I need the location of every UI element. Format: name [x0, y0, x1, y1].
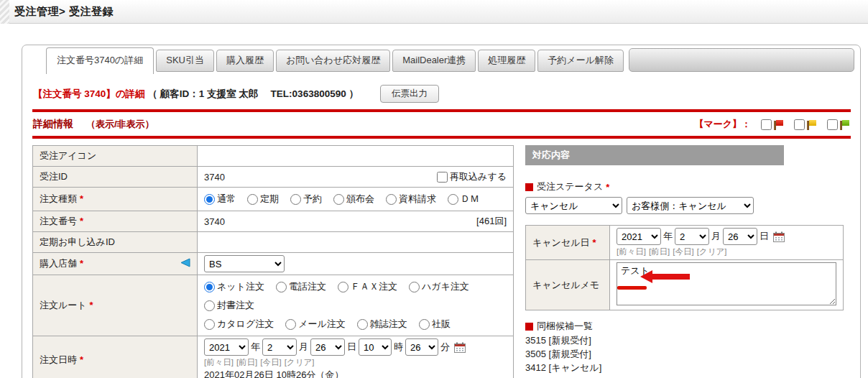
mark-red-checkbox[interactable] [761, 119, 772, 130]
tab-reserve-mail[interactable]: 予約メール解除 [537, 50, 624, 72]
mark-label: 【マーク】： [694, 118, 751, 131]
bundle-item: 3412 [キャンセル] [525, 361, 846, 375]
cancel-day-select[interactable]: 26 [723, 228, 757, 245]
response-panel: 対応内容 受注ステータス* キャンセル お客様側：キャンセル キャ [525, 145, 846, 378]
teiki-id-label: 定期お申し込みID [33, 232, 198, 253]
mark-yellow-checkbox[interactable] [794, 119, 805, 130]
transfer-arrow-icon [180, 258, 190, 269]
route-radio-fax [338, 282, 348, 292]
show-hide-toggle[interactable]: （表示/非表示） [86, 118, 154, 131]
order-status-title: 受注ステータス* [525, 180, 846, 193]
shop-label: 購入店舗* [33, 253, 198, 275]
route-radio-shahan [419, 319, 430, 330]
tab-inquiry-history[interactable]: お問い合わせ応対履歴 [276, 50, 390, 72]
order-title-row: 【注文番号 3740】の詳細 （ 顧客ID：1 支援室 太郎 TEL:03638… [22, 74, 860, 103]
reimport-checkbox[interactable] [437, 172, 448, 183]
tab-sku[interactable]: SKU引当 [156, 50, 214, 72]
route-radio-net [204, 282, 215, 292]
cancel-quick-link-2days-ago[interactable]: [前々日] [617, 246, 646, 257]
bundle-candidates-block: 同梱候補一覧 3515 [新規受付] 3505 [新規受付] 3412 [キャン… [525, 320, 846, 375]
cancel-table: キャンセル日* 2021 年 2 月 26 日 [前々日] [525, 225, 844, 310]
tab-process-history[interactable]: 処理履歴 [478, 50, 535, 72]
cancel-calendar-icon[interactable] [773, 231, 785, 242]
calendar-icon[interactable] [454, 342, 466, 353]
response-panel-header: 対応内容 [525, 145, 784, 165]
order-datetime-label: 注文日時* [33, 336, 198, 378]
order-type-radio-hanpukai [333, 194, 344, 205]
route-radio-fusho [204, 300, 215, 311]
tab-order-detail[interactable]: 注文番号3740の詳細 [46, 47, 154, 74]
order-icon-value [198, 146, 514, 167]
main-container: 注文番号3740の詳細 SKU引当 購入履歴 お問い合わせ応対履歴 MailDe… [22, 45, 861, 378]
quick-link-yesterday[interactable]: [前日] [236, 357, 257, 368]
order-count: [461回] [476, 215, 507, 228]
bundle-title: 同梱候補一覧 [525, 320, 846, 333]
order-status-block: 受注ステータス* キャンセル お客様側：キャンセル [525, 180, 846, 214]
reimport-checkbox-label[interactable]: 再取込みする [437, 170, 507, 183]
cancel-quick-link-clear[interactable]: [クリア] [697, 246, 727, 257]
customer-info: （ 顧客ID：1 支援室 太郎 TEL:0363800590 ） [148, 88, 359, 101]
slip-output-button[interactable]: 伝票出力 [380, 85, 439, 103]
order-icon-label: 受注アイコン [33, 146, 198, 167]
order-id-label: 受注ID [33, 167, 198, 188]
red-flag-icon [773, 119, 784, 130]
table-row-order-id: 受注ID 3740 再取込みする [33, 167, 514, 188]
order-year-select[interactable]: 2021 [204, 338, 249, 356]
table-row-order-icon: 受注アイコン [33, 146, 514, 167]
cancel-quick-link-today[interactable]: [今日] [673, 246, 693, 257]
cancel-year-select[interactable]: 2021 [617, 228, 661, 245]
order-month-select[interactable]: 2 [262, 338, 297, 356]
route-radio-hagaki [409, 282, 420, 292]
shop-select[interactable]: BS [204, 255, 285, 272]
route-label: 注文ルート* [33, 275, 198, 336]
order-status-select[interactable]: キャンセル [525, 197, 622, 214]
green-flag-icon [839, 119, 850, 130]
table-row-teiki-id: 定期お申し込みID [33, 232, 514, 253]
tab-maildealer[interactable]: MailDealer連携 [392, 50, 476, 72]
section-header-row: 詳細情報 （表示/非表示） 【マーク】： [22, 112, 860, 136]
route-radios-row1: ネット注文 電話注文 ＦＡＸ注文 ハガキ注文 封書注文 [204, 277, 507, 315]
table-row-order-type: 注文種類* 通常 定期 予約 頒布会 資料請求 ＤＭ [33, 188, 514, 211]
red-square-bullet-icon [525, 323, 533, 331]
cancel-date-label: キャンセル日* [526, 226, 610, 260]
order-day-select[interactable]: 26 [310, 338, 345, 356]
table-row-order-datetime: 注文日時* 2021 年 2 月 26 日 10 時 26 分 [33, 336, 514, 378]
mark-green-checkbox[interactable] [827, 119, 838, 130]
order-minute-select[interactable]: 26 [405, 338, 438, 356]
order-status-detail-select[interactable]: お客様側：キャンセル [627, 197, 754, 214]
route-radio-tel [276, 282, 287, 292]
yellow-flag-icon [806, 119, 817, 130]
tab-bar-filler [629, 48, 854, 72]
route-radio-zasshi [357, 319, 368, 330]
bundle-item: 3515 [新規受付] [525, 334, 846, 348]
route-radio-mail [285, 319, 296, 330]
cancel-memo-textarea[interactable]: テスト [617, 262, 836, 305]
mark-red [761, 119, 784, 130]
order-datetime-selects: 2021 年 2 月 26 日 10 時 26 分 [204, 338, 507, 356]
tab-bar: 注文番号3740の詳細 SKU引当 購入履歴 お問い合わせ応対履歴 MailDe… [22, 45, 860, 74]
order-type-radios: 通常 定期 予約 頒布会 資料請求 ＤＭ [204, 190, 507, 208]
bundle-item: 3505 [新規受付] [525, 348, 846, 361]
table-row-order-no: 注文番号* 3740 [461回] [33, 211, 514, 232]
quick-link-2days-ago[interactable]: [前々日] [204, 357, 234, 368]
cancel-quick-link-yesterday[interactable]: [前日] [649, 246, 670, 257]
order-type-radio-dm [448, 194, 458, 205]
top-bar: 受注管理> 受注登録 [0, 0, 868, 24]
table-row-cancel-memo: キャンセルメモ テスト [526, 260, 844, 310]
order-number-title: 【注文番号 3740】の詳細 [33, 88, 145, 101]
mark-yellow [794, 119, 817, 130]
tab-purchase-history[interactable]: 購入履歴 [216, 50, 274, 72]
mark-green [827, 119, 850, 130]
order-id-value: 3740 [204, 172, 225, 183]
quick-link-today[interactable]: [今日] [260, 357, 281, 368]
order-no-label: 注文番号* [33, 211, 198, 232]
order-no-value: 3740 [204, 216, 225, 227]
red-square-bullet-icon [525, 183, 533, 191]
order-type-radio-normal [204, 194, 215, 205]
cancel-month-select[interactable]: 2 [675, 228, 709, 245]
quick-link-clear[interactable]: [クリア] [285, 357, 315, 368]
order-datetime-formatted: 2021年02月26日 10時26分（金） [204, 369, 507, 378]
teiki-id-value [198, 232, 514, 253]
order-hour-select[interactable]: 10 [359, 338, 392, 356]
route-radio-catalog [204, 319, 215, 330]
